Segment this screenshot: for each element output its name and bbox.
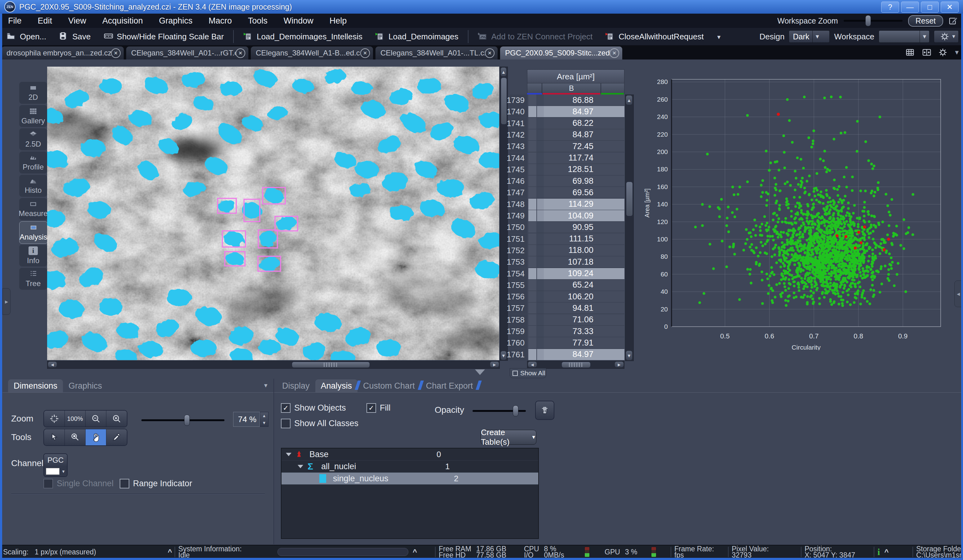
table-row[interactable]: 173986.88 (510, 94, 624, 106)
scroll-right-icon[interactable]: ► (615, 362, 624, 367)
document-tab[interactable]: CElegans_384Well_A01-...TL.czi*✕ (376, 47, 498, 60)
document-tab[interactable]: CElegans_384Well_A01-...rGT.czi✕ (126, 47, 248, 60)
tab-analysis[interactable]: Analysis (315, 379, 358, 392)
tab-custom-chart[interactable]: Custom Chart (357, 379, 420, 392)
zoom-percent-spinner[interactable]: 74 % ▲▼ (233, 412, 269, 427)
close-icon[interactable]: ✕ (360, 49, 370, 58)
minimize-button[interactable]: — (901, 2, 919, 13)
maximize-button[interactable]: □ (921, 2, 939, 13)
table-row[interactable]: 175871.06 (510, 314, 624, 326)
scroll-down-icon[interactable]: ▼ (626, 351, 632, 360)
document-tab[interactable]: PGC_20X0.95_S009-Stitc...zed.czi✕ (500, 47, 622, 60)
scroll-left-icon[interactable]: ◄ (48, 362, 57, 367)
tab-graphics[interactable]: Graphics (63, 379, 108, 392)
table-row[interactable]: 176184.97 (510, 349, 624, 361)
channel-button[interactable]: PGC ▼ (44, 453, 68, 477)
menu-tools[interactable]: Tools (240, 14, 276, 28)
sidebar-item-gallery[interactable]: Gallery (19, 105, 47, 127)
edit-workspace-icon[interactable] (949, 16, 958, 26)
spinner-arrows-icon[interactable]: ▲▼ (260, 412, 269, 427)
menu-window[interactable]: Window (276, 14, 321, 28)
viewer-horizontal-scrollbar[interactable]: ◄ ► (47, 361, 500, 369)
zoom-zoom-in-icon[interactable] (106, 411, 127, 427)
workspace-zoom-slider[interactable] (844, 20, 903, 22)
fill-checkbox[interactable]: ✓ Fill (366, 403, 391, 413)
menu-help[interactable]: Help (321, 14, 355, 28)
chevron-up-icon[interactable]: ^ (413, 548, 417, 556)
tool-zoom-region-icon[interactable] (65, 429, 86, 445)
create-tables-button[interactable]: Create Table(s) ▼ (481, 430, 537, 445)
help-button[interactable]: ? (881, 2, 899, 13)
collapse-icon[interactable] (298, 465, 303, 468)
document-tab[interactable]: CElegans_384Well_A1-B...ed.czi*✕ (251, 47, 373, 60)
table-row[interactable]: 174669.98 (510, 175, 624, 187)
toolbar-open-[interactable]: Open... (0, 32, 52, 42)
chevron-down-icon[interactable]: ▼ (954, 49, 960, 56)
toolbar-more[interactable]: ▼ (710, 32, 732, 42)
workspace-select[interactable]: ▼ (879, 31, 929, 43)
show-objects-checkbox[interactable]: ✓ Show Objects (281, 403, 346, 413)
range-indicator-checkbox[interactable]: Range Indicator (120, 479, 192, 489)
tool-hand-icon[interactable] (86, 429, 106, 445)
menu-macro[interactable]: Macro (201, 14, 240, 28)
sidebar-item-profile[interactable]: Profile (19, 152, 47, 173)
delete-objects-button[interactable] (535, 401, 554, 420)
menu-file[interactable]: File (0, 14, 30, 28)
design-select[interactable]: Dark ▼ (789, 31, 830, 43)
table-row[interactable]: 1751111.15 (510, 233, 624, 245)
menu-edit[interactable]: Edit (30, 14, 60, 28)
table-row[interactable]: 1744117.74 (510, 152, 624, 164)
table-row[interactable]: 1754109.24 (510, 268, 624, 280)
workspace-zoom-slider-thumb[interactable] (865, 15, 871, 26)
table-row[interactable]: 1745128.51 (510, 164, 624, 175)
scroll-down-icon[interactable]: ▼ (501, 351, 506, 360)
image-zoom-slider[interactable] (141, 419, 224, 421)
table-row[interactable]: 1749104.09 (510, 210, 624, 222)
gear-icon[interactable] (938, 48, 947, 57)
tab-chart-export[interactable]: Chart Export (420, 379, 479, 392)
zoom-percent-value[interactable]: 74 % (233, 412, 260, 427)
toolbar-add-to-zen-connect-project[interactable]: Add to ZEN Connect Project (472, 32, 599, 42)
tab-dimensions[interactable]: Dimensions (8, 379, 63, 392)
menu-graphics[interactable]: Graphics (151, 14, 201, 28)
split-grid-view-icon[interactable] (905, 48, 915, 57)
table-row[interactable]: 1753107.18 (510, 256, 624, 268)
scroll-left-icon[interactable]: ◄ (528, 362, 537, 367)
class-tree-row-all_nuclei[interactable]: Σall_nuclei1 (282, 461, 538, 473)
collapse-viewer-controls-icon[interactable] (475, 369, 485, 375)
table-hscroll-thumb[interactable] (561, 362, 591, 368)
viewer-hscroll-thumb[interactable] (292, 362, 370, 368)
zoom-zoom-out-icon[interactable] (86, 411, 106, 427)
toolbar-load-demoimages[interactable]: Load_Demoimages (369, 32, 464, 42)
table-row[interactable]: 1752118.00 (510, 245, 624, 256)
scroll-up-icon[interactable]: ▲ (501, 68, 506, 76)
table-row[interactable]: 176077.91 (510, 337, 624, 349)
chevron-down-icon[interactable]: ▼ (263, 382, 269, 389)
close-icon[interactable]: ✕ (236, 49, 245, 58)
tool-cursor-icon[interactable] (44, 429, 65, 445)
table-row[interactable]: 174769.56 (510, 187, 624, 198)
table-row[interactable]: 1748114.29 (510, 199, 624, 210)
opacity-slider-thumb[interactable] (513, 405, 519, 416)
table-vertical-scrollbar[interactable]: ▲ ▼ (625, 94, 634, 361)
sidebar-item-25d[interactable]: 2.5D (19, 128, 47, 150)
sidebar-item-analysis[interactable]: Analysis (19, 221, 48, 244)
close-icon[interactable]: ✕ (610, 49, 619, 58)
chevron-up-icon[interactable]: ^ (884, 548, 888, 556)
channel-color-row[interactable]: ▼ (44, 466, 67, 476)
close-icon[interactable]: ✕ (485, 49, 494, 58)
scroll-up-icon[interactable]: ▲ (626, 95, 632, 105)
menu-acquisition[interactable]: Acquisition (94, 14, 151, 28)
tab-display[interactable]: Display (277, 379, 315, 392)
tool-picker-icon[interactable] (106, 429, 127, 445)
image-zoom-slider-thumb[interactable] (184, 415, 190, 426)
menu-view[interactable]: View (60, 14, 94, 28)
document-tab[interactable]: drosophila embryos_an...zed.czi✕ (2, 47, 124, 60)
sidebar-item-histo[interactable]: Histo (19, 175, 47, 197)
table-row[interactable]: 175090.95 (510, 222, 624, 233)
sidebar-item-tree[interactable]: Tree (19, 268, 47, 290)
table-row[interactable]: 1756106.20 (510, 291, 624, 303)
toolbar-save[interactable]: Save (52, 32, 97, 42)
sidebar-item-measure[interactable]: Measure (19, 198, 47, 220)
workspace-zoom-reset-button[interactable]: Reset (908, 15, 943, 27)
